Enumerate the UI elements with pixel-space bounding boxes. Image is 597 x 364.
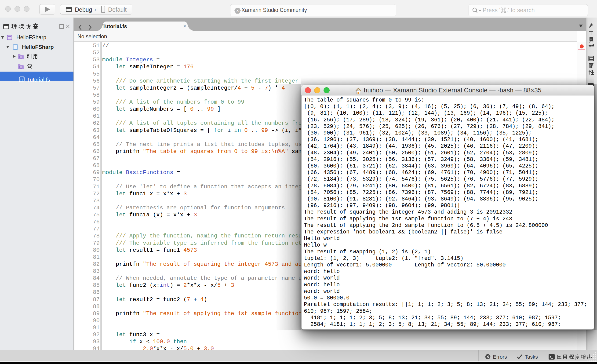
svg-text:X: X <box>236 9 239 13</box>
svg-text:{}: {} <box>20 78 24 82</box>
